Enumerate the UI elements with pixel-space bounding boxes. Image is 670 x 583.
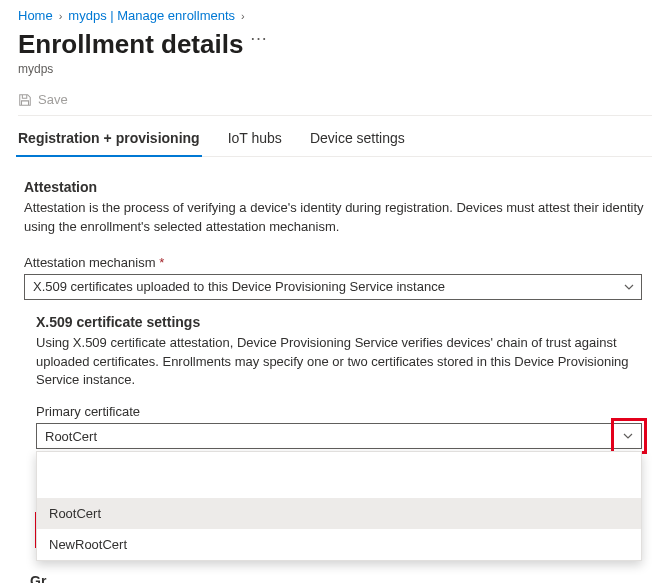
save-button[interactable]: Save bbox=[38, 92, 68, 107]
attestation-description: Attestation is the process of verifying … bbox=[24, 199, 644, 237]
primary-certificate-select[interactable]: RootCert bbox=[36, 423, 642, 449]
attestation-heading: Attestation bbox=[24, 179, 652, 195]
chevron-right-icon: › bbox=[241, 10, 245, 22]
chevron-down-icon bbox=[623, 281, 635, 293]
page-title: Enrollment details bbox=[18, 29, 243, 60]
attestation-mechanism-value: X.509 certificates uploaded to this Devi… bbox=[33, 279, 445, 294]
breadcrumb-home[interactable]: Home bbox=[18, 8, 53, 23]
chevron-right-icon: › bbox=[59, 10, 63, 22]
dropdown-option-rootcert[interactable]: RootCert bbox=[37, 498, 641, 529]
breadcrumb-item[interactable]: mydps | Manage enrollments bbox=[68, 8, 235, 23]
dropdown-option-newrootcert[interactable]: NewRootCert bbox=[37, 529, 641, 560]
tab-registration-provisioning[interactable]: Registration + provisioning bbox=[18, 130, 200, 156]
required-indicator: * bbox=[159, 255, 164, 270]
x509-settings-heading: X.509 certificate settings bbox=[36, 314, 652, 330]
primary-certificate-dropdown: RootCert NewRootCert bbox=[36, 451, 642, 561]
dropdown-option-blank[interactable] bbox=[37, 452, 641, 498]
tabs: Registration + provisioning IoT hubs Dev… bbox=[18, 116, 652, 157]
group-name-heading: Gr bbox=[30, 573, 652, 583]
more-actions-button[interactable]: … bbox=[249, 25, 267, 43]
attestation-mechanism-label: Attestation mechanism * bbox=[24, 255, 652, 270]
attestation-mechanism-select[interactable]: X.509 certificates uploaded to this Devi… bbox=[24, 274, 642, 300]
primary-certificate-label: Primary certificate bbox=[36, 404, 652, 419]
page-subtitle: mydps bbox=[18, 62, 652, 76]
primary-certificate-value: RootCert bbox=[45, 429, 97, 444]
tab-device-settings[interactable]: Device settings bbox=[310, 130, 405, 156]
x509-settings-description: Using X.509 certificate attestation, Dev… bbox=[36, 334, 652, 391]
breadcrumb: Home › mydps | Manage enrollments › bbox=[18, 8, 652, 23]
toolbar: Save bbox=[18, 88, 652, 116]
save-icon bbox=[18, 93, 32, 107]
tab-iot-hubs[interactable]: IoT hubs bbox=[228, 130, 282, 156]
chevron-down-icon bbox=[614, 424, 641, 448]
